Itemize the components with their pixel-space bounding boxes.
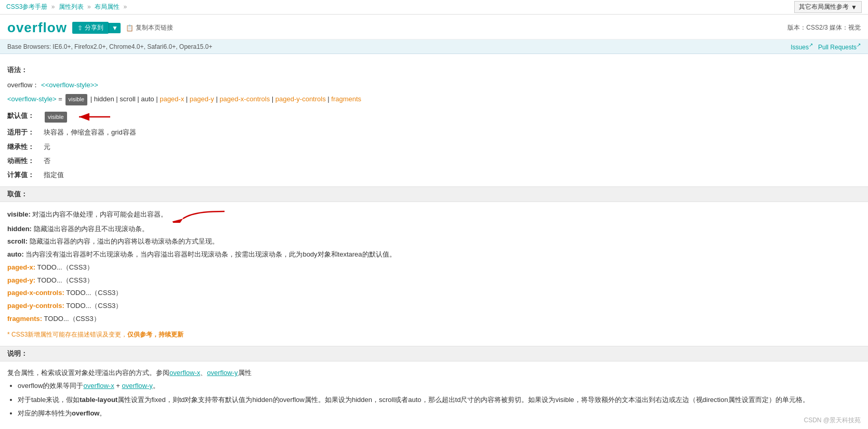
page-footer: CSDN @景天科技苑 [804, 416, 861, 425]
apply-val: 块容器，伸缩盒容器，grid容器 [44, 126, 136, 138]
computed-val: 指定值 [44, 169, 64, 181]
share-icon: ⇧ [77, 24, 83, 32]
syntax-block: overflow： <<overflow-style>> <overflow-s… [7, 79, 861, 105]
apply-label: 适用于： [7, 126, 44, 138]
val-visible-row: visible: 对溢出内容不做处理，内容可能会超出容器。 [7, 207, 861, 223]
browser-bar-links: Issues↗ Pull Requests↗ [791, 42, 861, 51]
copy-link-button[interactable]: 📋 复制本页链接 [126, 23, 173, 32]
values-section-divider: 取值： [0, 186, 868, 202]
inherit-val: 元 [44, 141, 50, 153]
breadcrumb-sep-2: » [87, 3, 91, 10]
issues-link[interactable]: Issues↗ [791, 42, 813, 51]
overflow-x-link-2[interactable]: overflow-x [83, 382, 114, 390]
val-scroll-row: scroll: 隐藏溢出容器的内容，溢出的内容将以卷动滚动条的方式呈现。 [7, 235, 861, 248]
default-val-badge: visible [45, 112, 67, 123]
computed-label: 计算值： [7, 169, 44, 181]
other-layout-props-btn[interactable]: 其它布局属性参考 ▼ [794, 1, 862, 13]
val-paged-y-row: paged-y: TODO...（CSS3） [7, 274, 861, 287]
val-hidden-row: hidden: 隐藏溢出容器的内容且不出现滚动条。 [7, 223, 861, 236]
overflow-x-link[interactable]: overflow-x [169, 369, 200, 377]
red-arrow-1 [74, 110, 115, 124]
anim-label: 动画性： [7, 155, 44, 167]
val-paged-x-row: paged-x: TODO...（CSS3） [7, 261, 861, 274]
apply-row: 适用于： 块容器，伸缩盒容器，grid容器 [7, 126, 861, 138]
syntax-title: 语法： [7, 65, 861, 75]
values-note: * CSS3新增属性可能存在描述错误及变更，仅供参考，持续更新 [7, 328, 861, 341]
description-section-divider: 说明： [0, 346, 868, 361]
val-paged-x-controls-row: paged-x-controls: TODO...（CSS3） [7, 287, 861, 300]
anim-val: 否 [44, 155, 50, 167]
page-title: overflow [7, 20, 67, 36]
anim-row: 动画性： 否 [7, 155, 861, 167]
description-block: 复合属性，检索或设置对象处理溢出内容的方式。参阅overflow-x、overf… [7, 367, 861, 420]
syntax-line-2: <overflow-style> = visible | hidden | sc… [7, 93, 861, 105]
red-arrow-2 [173, 207, 230, 223]
pull-requests-link[interactable]: Pull Requests↗ [818, 42, 861, 51]
computed-row: 计算值： 指定值 [7, 169, 861, 181]
syntax-line-1: overflow： <<overflow-style>> [7, 79, 861, 91]
overflow-y-link[interactable]: overflow-y [207, 369, 238, 377]
val-auto-row: auto: 当内容没有溢出容器时不出现滚动条，当内容溢出容器时出现滚动条，按需出… [7, 248, 861, 261]
default-value-row: 默认值： visible [7, 110, 861, 124]
header-right: 版本：CSS2/3 媒体：视觉 [787, 23, 861, 32]
inherit-label: 继承性： [7, 141, 44, 153]
header-left: overflow ⇧ 分享到 ▼ 📋 复制本页链接 [7, 20, 173, 36]
breadcrumb-link-3[interactable]: 布局属性 [95, 3, 120, 10]
val-fragments-row: fragments: TODO...（CSS3） [7, 313, 861, 326]
share-button[interactable]: ⇧ 分享到 [72, 22, 109, 34]
top-right-area: 其它布局属性参考 ▼ [794, 1, 862, 13]
visible-badge: visible [65, 94, 88, 105]
desc-item-3: 对应的脚本特性为overflow。 [18, 407, 861, 420]
overflow-y-link-2[interactable]: overflow-y [122, 382, 153, 390]
description-intro: 复合属性，检索或设置对象处理溢出内容的方式。参阅overflow-x、overf… [7, 367, 861, 380]
desc-item-2: 对于table来说，假如table-layout属性设置为fixed，则td对象… [18, 394, 861, 407]
breadcrumb: CSS3参考手册 » 属性列表 » 布局属性 » [6, 3, 129, 11]
breadcrumb-link-1[interactable]: CSS3参考手册 [6, 3, 47, 10]
breadcrumb-link-2[interactable]: 属性列表 [59, 3, 84, 10]
copy-icon: 📋 [126, 24, 134, 32]
description-list: overflow的效果等同于overflow-x + overflow-y。 对… [7, 380, 861, 420]
browser-bar: Base Browsers: IE6.0+, Firefox2.0+, Chro… [0, 39, 868, 54]
share-dropdown-btn[interactable]: ▼ [109, 23, 121, 33]
share-group: ⇧ 分享到 ▼ [72, 22, 121, 34]
breadcrumb-sep-1: » [51, 3, 55, 10]
values-block: visible: 对溢出内容不做处理，内容可能会超出容器。 hidden: 隐藏… [7, 207, 861, 341]
breadcrumb-sep-3: » [123, 3, 127, 10]
val-paged-y-controls-row: paged-y-controls: TODO...（CSS3） [7, 300, 861, 313]
main-content: 语法： overflow： <<overflow-style>> <overfl… [0, 54, 868, 429]
dropdown-chevron-icon: ▼ [851, 4, 857, 11]
default-label: 默认值： [7, 110, 44, 124]
page-header: overflow ⇧ 分享到 ▼ 📋 复制本页链接 版本：CSS2/3 媒体：视… [0, 15, 868, 39]
desc-item-1: overflow的效果等同于overflow-x + overflow-y。 [18, 380, 861, 393]
top-nav: CSS3参考手册 » 属性列表 » 布局属性 » 其它布局属性参考 ▼ [0, 0, 868, 15]
inherit-row: 继承性： 元 [7, 141, 861, 153]
